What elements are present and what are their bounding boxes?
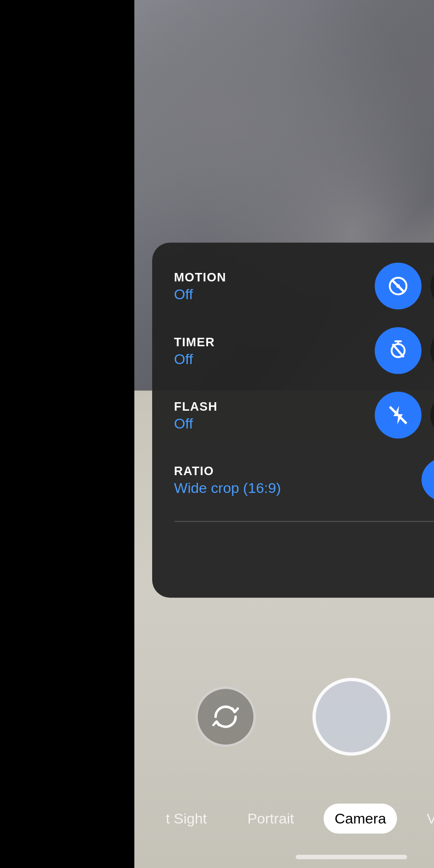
svg-point-2: [397, 285, 401, 289]
motion-options: A: [375, 263, 434, 310]
ratio-169-button[interactable]: [422, 457, 434, 504]
flash-label-group: FLASH Off: [174, 399, 375, 431]
settings-footer: [174, 536, 434, 585]
timer-label-group: TIMER Off: [174, 335, 375, 367]
flash-off-icon: [387, 404, 410, 427]
ratio-options: [422, 457, 434, 504]
flash-value: Off: [174, 415, 375, 431]
tab-portrait[interactable]: Portrait: [236, 803, 305, 833]
motion-off-icon: [387, 275, 410, 298]
timer-options: 3 10: [375, 328, 434, 374]
tab-night-sight[interactable]: t Sight: [155, 803, 218, 833]
flip-camera-button[interactable]: [196, 686, 256, 746]
ratio-value: Wide crop (16:9): [174, 480, 422, 496]
motion-auto-button[interactable]: A: [431, 263, 434, 310]
timer-3s-button[interactable]: 3: [431, 328, 434, 374]
shutter-button[interactable]: [312, 677, 390, 755]
timer-off-icon: [387, 340, 410, 362]
mode-tabs: t Sight Portrait Camera Video More: [134, 803, 434, 833]
ratio-title: RATIO: [174, 464, 422, 478]
flash-setting-row: FLASH Off A: [174, 392, 434, 439]
flip-camera-icon: [211, 702, 240, 731]
ratio-setting-row: RATIO Wide crop (16:9): [174, 457, 434, 504]
motion-value: Off: [174, 286, 375, 303]
settings-panel: MOTION Off A: [152, 243, 434, 598]
tab-video[interactable]: Video: [415, 803, 434, 833]
flash-off-button[interactable]: [375, 392, 422, 439]
bottom-controls: [134, 677, 434, 755]
settings-divider: [174, 521, 434, 523]
flash-auto-button[interactable]: A: [431, 392, 434, 439]
motion-setting-row: MOTION Off A: [174, 263, 434, 310]
motion-title: MOTION: [174, 270, 375, 284]
tab-camera[interactable]: Camera: [323, 803, 397, 833]
home-indicator: [296, 855, 407, 860]
timer-title: TIMER: [174, 335, 375, 348]
flash-options: A: [375, 392, 434, 439]
motion-off-button[interactable]: [375, 263, 422, 310]
flash-title: FLASH: [174, 399, 375, 413]
timer-setting-row: TIMER Off 3: [174, 328, 434, 374]
timer-off-button[interactable]: [375, 328, 422, 374]
ratio-label-group: RATIO Wide crop (16:9): [174, 464, 422, 496]
timer-value: Off: [174, 351, 375, 367]
motion-label-group: MOTION Off: [174, 270, 375, 303]
